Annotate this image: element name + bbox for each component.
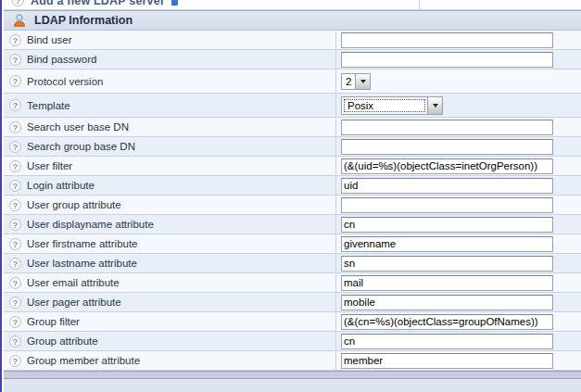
dropdown-arrow-button[interactable] [427,97,442,114]
section-title: LDAP Information [34,14,133,27]
help-icon[interactable]: ? [9,297,21,309]
form-row: ? Template Posix [4,94,581,118]
section-header-ldap-information: LDAP Information [4,10,581,31]
form-row: ? User firstname attribute [4,234,581,254]
user-displayname-attribute-input[interactable] [341,217,553,233]
field-label: Group filter [27,316,80,327]
form-row: ? Protocol version 2 [4,70,581,94]
help-icon[interactable]: ? [9,238,21,250]
label-cell: ? Bind password [4,50,336,69]
field-label: Group attribute [27,335,98,347]
search-user-base-dn-input[interactable] [341,120,553,135]
help-icon[interactable]: ? [9,355,21,367]
form-row: ? User displayname attribute [4,215,581,234]
label-cell: ? Group filter [4,312,336,331]
field-label: Search user base DN [27,121,129,133]
form-row: ? Group member attribute [4,351,581,371]
row-add-ldap-server[interactable]: ? Add a new LDAP server [4,0,581,10]
input-cell [336,254,581,272]
group-attribute-input[interactable] [341,334,553,349]
help-icon[interactable]: ? [12,0,24,6]
field-label: Group member attribute [27,355,140,366]
user-email-attribute-input[interactable] [341,275,553,291]
user-firstname-attribute-input[interactable] [341,236,553,252]
help-icon[interactable]: ? [9,75,21,87]
form-row: ? Search group base DN [4,137,581,157]
field-label: User firstname attribute [27,238,138,249]
label-cell: ? User email attribute [4,273,336,292]
label-cell: ? User lastname attribute [4,254,336,272]
label-cell: ? Protocol version [4,70,336,93]
field-label: Search group base DN [27,141,135,152]
form-row: ? Search user base DN [4,118,581,137]
form-row: ? Login attribute [4,176,581,196]
form-row: ? User email attribute [4,273,581,293]
help-icon[interactable]: ? [9,180,21,192]
next-section-row [4,379,581,392]
form-row: ? User pager attribute [4,293,581,312]
help-icon[interactable]: ? [9,141,21,153]
help-icon[interactable]: ? [9,121,21,133]
input-cell [336,176,581,195]
chevron-down-icon [360,80,366,83]
column-divider [419,0,420,9]
field-label: Bind user [27,34,72,45]
help-icon[interactable]: ? [9,199,21,211]
dropdown-arrow-button[interactable] [355,74,370,89]
user-group-attribute-input[interactable] [341,197,553,213]
label-cell: ? Group member attribute [4,351,336,370]
label-cell: ? User pager attribute [4,293,336,311]
user-pager-attribute-input[interactable] [341,295,553,310]
input-cell [336,234,581,253]
protocol-version-select[interactable]: 2 [341,73,371,90]
bind-password-input[interactable] [341,52,553,68]
field-label: Bind password [27,54,96,65]
field-label: Protocol version [27,76,103,87]
help-icon[interactable]: ? [9,335,21,348]
group-member-attribute-input[interactable] [341,353,553,369]
label-cell: ? User filter [4,157,336,175]
label-cell: ? Bind user [4,31,336,49]
help-icon[interactable]: ? [9,219,21,231]
form-row: ? Bind user [4,31,581,50]
help-icon[interactable]: ? [9,277,21,289]
login-attribute-input[interactable] [341,178,553,194]
form-row: ? Group attribute [4,332,581,351]
help-icon[interactable]: ? [9,54,21,66]
input-cell [336,137,581,156]
label-cell: ? User firstname attribute [4,234,336,253]
help-icon[interactable]: ? [9,34,21,46]
form-row: ? User lastname attribute [4,254,581,273]
field-label: User lastname attribute [27,258,137,269]
form-row: ? Group filter [4,312,581,332]
group-filter-input[interactable] [341,314,553,330]
input-cell: Posix [336,94,581,117]
label-cell: ? Template [4,94,336,117]
user-filter-input[interactable] [341,158,553,174]
info-icon [171,0,178,6]
input-cell: 2 [336,70,581,93]
select-value: Posix [344,99,425,112]
field-label: User email attribute [27,277,120,288]
user-lastname-attribute-input[interactable] [341,256,553,272]
input-cell [336,215,581,234]
help-icon[interactable]: ? [9,160,21,172]
help-icon[interactable]: ? [9,316,21,328]
label-cell: ? Search group base DN [4,137,336,156]
label-cell: ? Search user base DN [4,118,336,136]
field-label: User group attribute [27,199,121,210]
help-icon[interactable]: ? [9,258,21,270]
input-cell [336,31,581,49]
input-cell [336,196,581,214]
input-cell [336,293,581,311]
label-cell: ? User displayname attribute [4,215,336,234]
input-cell [336,312,581,331]
form-row: ? Bind password [4,50,581,70]
search-group-base-dn-input[interactable] [341,139,553,155]
label-cell: ? Login attribute [4,176,336,195]
form-row: ? User group attribute [4,196,581,215]
select-value: 2 [342,74,355,89]
bind-user-input[interactable] [341,32,553,48]
template-select[interactable]: Posix [341,96,443,115]
help-icon[interactable]: ? [9,99,21,111]
